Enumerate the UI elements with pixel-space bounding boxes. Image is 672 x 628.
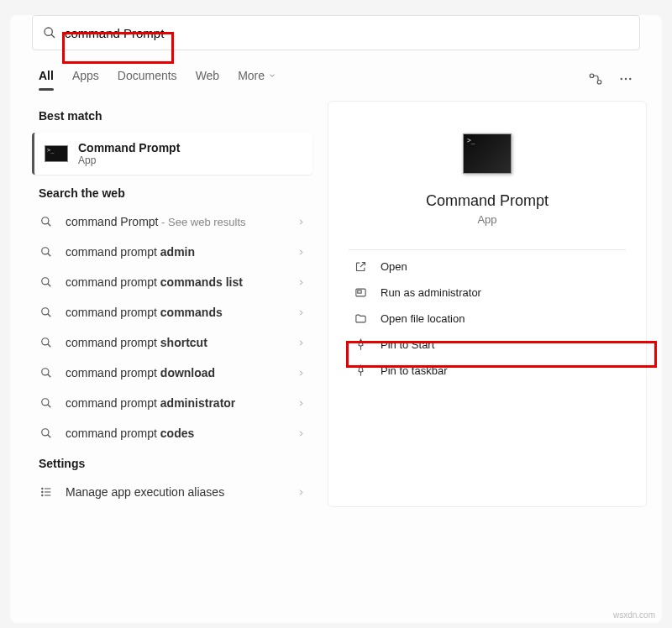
web-result[interactable]: command prompt download [25, 358, 319, 388]
web-result-text: command prompt administrator [66, 396, 290, 410]
chevron-right-icon [297, 248, 306, 257]
svg-line-14 [48, 314, 51, 317]
chevron-right-icon [297, 488, 306, 497]
action-label: Open [381, 260, 407, 273]
search-icon [39, 367, 54, 379]
command-prompt-large-icon [463, 133, 512, 174]
chevron-right-icon [297, 429, 306, 438]
search-icon [39, 306, 54, 318]
search-bar[interactable] [32, 15, 640, 50]
action-pin-start[interactable]: Pin to Start [345, 332, 629, 358]
svg-point-17 [42, 369, 49, 375]
tab-more[interactable]: More [238, 69, 276, 89]
svg-line-20 [48, 405, 51, 408]
svg-point-7 [42, 217, 49, 224]
web-result[interactable]: command prompt commands [25, 297, 319, 327]
tab-apps[interactable]: Apps [72, 69, 99, 89]
divider [349, 249, 626, 250]
action-label: Pin to taskbar [381, 364, 448, 377]
search-icon [39, 337, 54, 348]
section-best-match: Best match [25, 101, 319, 129]
action-label: Run as administrator [381, 286, 481, 299]
preview-icon-wrap [345, 118, 629, 179]
web-result[interactable]: command prompt shortcut [25, 327, 319, 358]
preview-subtitle: App [345, 213, 629, 226]
flow-icon[interactable] [588, 71, 603, 86]
preview-title: Command Prompt [345, 192, 629, 210]
svg-point-0 [45, 28, 52, 35]
search-icon [39, 246, 54, 258]
web-result-text: command prompt download [66, 366, 290, 379]
chevron-right-icon [297, 338, 306, 348]
web-result-text: command prompt commands list [66, 275, 290, 289]
section-settings: Settings [25, 448, 319, 477]
svg-point-27 [42, 491, 43, 492]
search-icon [39, 397, 54, 409]
svg-line-22 [48, 435, 51, 438]
search-icon [39, 216, 54, 228]
action-run-as-admin[interactable]: Run as administrator [345, 280, 629, 306]
chevron-right-icon [297, 399, 306, 408]
command-prompt-icon [45, 145, 68, 162]
search-input[interactable] [65, 26, 629, 40]
svg-line-16 [48, 344, 51, 348]
chevron-right-icon [297, 308, 306, 317]
svg-line-12 [48, 284, 51, 287]
svg-point-13 [42, 308, 49, 315]
svg-point-9 [42, 248, 49, 254]
best-match-item[interactable]: Command Prompt App [32, 133, 312, 175]
svg-point-21 [42, 429, 49, 436]
best-match-subtitle: App [78, 154, 180, 166]
svg-point-4 [621, 78, 622, 80]
tab-all[interactable]: All [39, 69, 54, 89]
action-label: Open file location [381, 312, 465, 325]
svg-point-11 [42, 278, 49, 285]
svg-point-15 [42, 338, 49, 345]
tab-web[interactable]: Web [196, 69, 220, 89]
settings-item[interactable]: Manage app execution aliases [25, 477, 319, 507]
svg-line-10 [48, 254, 51, 257]
svg-point-6 [629, 78, 631, 80]
svg-point-19 [42, 399, 49, 406]
best-match-title: Command Prompt [78, 141, 180, 154]
web-result[interactable]: command prompt commands list [25, 267, 319, 297]
web-result[interactable]: command prompt admin [25, 237, 319, 267]
chevron-right-icon [297, 278, 306, 287]
content-area: Best match Command Prompt App Search the… [10, 89, 662, 507]
action-open[interactable]: Open [345, 254, 629, 280]
web-result[interactable]: command prompt codes [25, 418, 319, 448]
svg-point-3 [597, 81, 601, 85]
web-result-text: command prompt commands [66, 306, 290, 319]
search-icon [39, 276, 54, 288]
search-icon [39, 427, 54, 439]
section-search-web: Search the web [25, 178, 319, 207]
chevron-down-icon [268, 71, 276, 80]
web-result[interactable]: command prompt administrator [25, 388, 319, 418]
preview-panel: Command Prompt App Open Run as administr… [328, 101, 647, 507]
tab-documents[interactable]: Documents [118, 69, 177, 89]
pin-icon [352, 338, 369, 351]
svg-point-5 [625, 78, 627, 80]
action-pin-taskbar[interactable]: Pin to taskbar [345, 358, 629, 384]
web-result-text: command prompt admin [66, 245, 290, 259]
action-open-location[interactable]: Open file location [345, 306, 629, 332]
svg-line-1 [51, 34, 55, 38]
folder-icon [352, 312, 369, 325]
svg-line-18 [48, 374, 51, 378]
web-result-text: command prompt codes [66, 427, 290, 440]
action-label: Pin to Start [381, 338, 434, 351]
svg-rect-30 [357, 290, 360, 293]
pin-icon [352, 364, 369, 377]
more-options-icon[interactable] [618, 71, 633, 86]
open-icon [352, 260, 369, 273]
search-icon [43, 26, 56, 39]
settings-item-text: Manage app execution aliases [66, 485, 290, 499]
chevron-right-icon [297, 369, 306, 378]
web-result-text: command Prompt - See web results [66, 215, 290, 228]
tab-more-label: More [238, 69, 265, 82]
results-panel: Best match Command Prompt App Search the… [25, 101, 319, 507]
web-result[interactable]: command Prompt - See web results [25, 207, 319, 237]
web-result-text: command prompt shortcut [66, 336, 290, 349]
watermark: wsxdn.com [613, 610, 655, 620]
svg-line-8 [48, 223, 51, 227]
